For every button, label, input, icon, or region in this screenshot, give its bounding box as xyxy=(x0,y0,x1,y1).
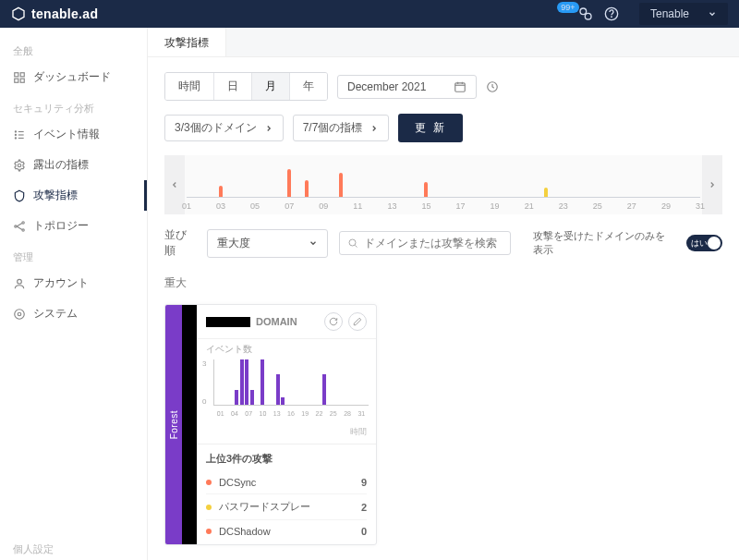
side-group: 個人設定 xyxy=(0,533,147,560)
time-month[interactable]: 月 xyxy=(251,73,289,100)
gear-icon xyxy=(13,159,26,172)
calendar-icon xyxy=(454,80,466,93)
side-group: 管理 xyxy=(0,241,147,268)
topology-icon xyxy=(13,220,26,233)
sidebar-item-event-info[interactable]: イベント情報 xyxy=(0,119,147,150)
svg-rect-7 xyxy=(15,79,18,82)
link-icon[interactable] xyxy=(578,6,593,21)
svg-point-1 xyxy=(580,8,587,15)
refresh-button[interactable] xyxy=(324,312,343,331)
svg-rect-8 xyxy=(20,79,24,82)
svg-point-18 xyxy=(22,228,24,230)
svg-point-2 xyxy=(585,13,591,19)
svg-point-27 xyxy=(349,239,356,246)
redacted-bar xyxy=(182,305,197,544)
timeline-next[interactable] xyxy=(702,155,722,214)
svg-rect-5 xyxy=(15,72,18,76)
notifications-icon[interactable]: 99+ xyxy=(552,6,567,21)
search-input[interactable] xyxy=(364,237,503,250)
search-icon xyxy=(347,237,358,249)
sidebar-item-system[interactable]: システム xyxy=(0,298,147,329)
domain-filter-chip[interactable]: 3/3個のドメイン xyxy=(164,115,284,141)
attack-row[interactable]: DCSync9 xyxy=(206,471,367,493)
chevron-down-icon xyxy=(309,238,318,248)
list-icon xyxy=(13,128,26,141)
update-button[interactable]: 更 新 xyxy=(398,114,462,142)
attack-count: 2 xyxy=(361,502,367,513)
sidebar-item-exposure[interactable]: 露出の指標 xyxy=(0,150,147,180)
sort-select[interactable]: 重大度 xyxy=(207,229,329,258)
svg-marker-0 xyxy=(13,7,24,19)
svg-point-11 xyxy=(15,134,16,135)
sidebar-item-account[interactable]: アカウント xyxy=(0,268,147,298)
help-icon[interactable] xyxy=(604,6,619,21)
attack-row[interactable]: DCShadow0 xyxy=(206,519,367,542)
search-box[interactable] xyxy=(339,231,511,255)
timeline: 01030507091113151719212325272931 xyxy=(164,155,722,214)
time-hour[interactable]: 時間 xyxy=(165,73,213,100)
svg-point-9 xyxy=(15,130,16,131)
chevron-right-icon xyxy=(370,124,379,133)
pencil-icon xyxy=(353,317,362,326)
sidebar-item-attack-indicator[interactable]: 攻撃指標 xyxy=(0,180,147,211)
attack-name: DCShadow xyxy=(219,526,361,537)
domain-card: Forest DOMAIN xyxy=(164,304,377,545)
svg-point-21 xyxy=(18,312,21,316)
redacted-text xyxy=(206,317,250,327)
date-picker[interactable]: December 2021 xyxy=(337,75,477,99)
user-icon xyxy=(13,277,26,290)
attack-row[interactable]: パスワードスプレー2 xyxy=(206,493,367,519)
severity-dot xyxy=(206,480,212,485)
svg-point-15 xyxy=(18,164,21,167)
time-granularity: 時間 日 月 年 xyxy=(164,72,328,101)
attacked-only-label: 攻撃を受けたドメインのみを表示 xyxy=(533,229,675,257)
sidebar-item-dashboard[interactable]: ダッシュボード xyxy=(0,62,147,92)
refresh-icon xyxy=(329,317,338,326)
sort-label: 並び順 xyxy=(164,227,196,259)
severity-heading: 重大 xyxy=(164,275,722,291)
event-mini-chart: 30 0104071013161922252831 xyxy=(197,359,376,424)
event-count-label: イベント数 xyxy=(197,339,376,359)
circle-icon xyxy=(13,308,26,321)
attack-name: パスワードスプレー xyxy=(219,500,361,514)
product-logo: tenable.ad xyxy=(11,6,98,21)
side-group: 全般 xyxy=(0,35,147,62)
top3-title: 上位3件の攻撃 xyxy=(206,452,367,466)
tabbar: 攻撃指標 xyxy=(148,28,739,57)
tenant-selector[interactable]: Tenable xyxy=(639,3,728,25)
chevron-right-icon xyxy=(264,124,273,133)
attack-count: 9 xyxy=(361,477,367,488)
svg-point-20 xyxy=(15,309,25,319)
notification-badge: 99+ xyxy=(557,2,578,13)
sidebar-item-topology[interactable]: トポロジー xyxy=(0,211,147,241)
svg-line-28 xyxy=(356,245,357,247)
svg-point-17 xyxy=(22,221,24,223)
edit-button[interactable] xyxy=(348,312,367,331)
side-group: セキュリティ分析 xyxy=(0,92,147,119)
time-year[interactable]: 年 xyxy=(289,73,327,100)
forest-label: Forest xyxy=(165,305,182,544)
svg-rect-6 xyxy=(20,72,24,76)
severity-dot xyxy=(206,505,212,510)
svg-rect-22 xyxy=(455,82,466,91)
time-day[interactable]: 日 xyxy=(213,73,251,100)
svg-point-16 xyxy=(15,225,17,226)
attack-name: DCSync xyxy=(219,477,361,488)
svg-point-4 xyxy=(612,17,612,18)
sidebar: 全般 ダッシュボード セキュリティ分析 イベント情報 露出の指標 攻撃指標 トポ… xyxy=(0,28,148,560)
indicator-filter-chip[interactable]: 7/7個の指標 xyxy=(293,115,390,141)
grid-icon xyxy=(13,71,26,84)
shield-icon xyxy=(13,189,26,202)
attack-count: 0 xyxy=(361,526,367,537)
clock-icon[interactable] xyxy=(486,80,499,93)
attacked-only-toggle[interactable]: はい xyxy=(686,235,722,251)
mini-chart-xlabel: 時間 xyxy=(197,424,376,444)
svg-point-19 xyxy=(18,279,22,284)
svg-point-13 xyxy=(15,137,16,138)
severity-dot xyxy=(206,529,212,534)
card-domain-suffix: DOMAIN xyxy=(256,316,297,327)
tab-attack-indicator[interactable]: 攻撃指標 xyxy=(148,28,226,56)
